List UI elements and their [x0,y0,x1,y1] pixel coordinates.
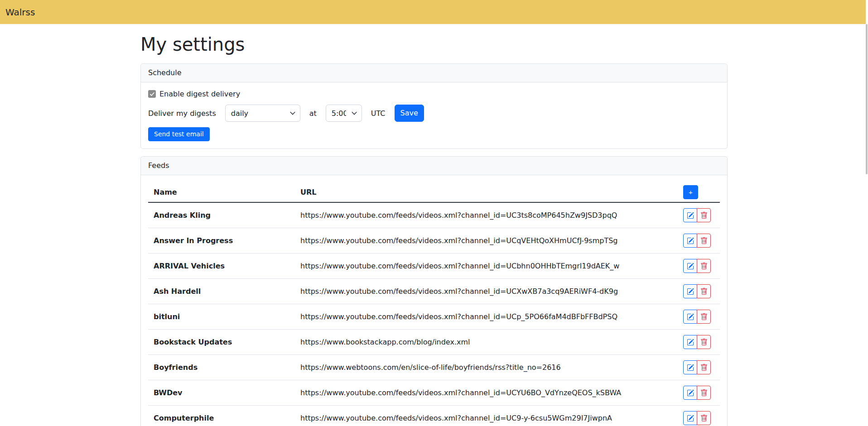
feed-url: https://www.youtube.com/feeds/videos.xml… [295,380,678,406]
delete-feed-button[interactable] [697,208,711,222]
table-row: Boyfriends https://www.webtoons.com/en/s… [148,355,720,380]
feeds-table-header-row: Name URL + [148,182,720,202]
delete-feed-button[interactable] [697,284,711,298]
feeds-card: Feeds Name URL + Andreas Kling https://w… [140,156,728,426]
feed-url: https://www.bookstackapp.com/blog/index.… [295,330,678,355]
edit-feed-button[interactable] [683,386,697,400]
pencil-square-icon [687,364,694,371]
time-select[interactable]: 5:00 [326,105,362,122]
edit-feed-button[interactable] [683,284,697,298]
pencil-square-icon [687,288,694,295]
scrollbar-track [866,0,868,426]
feed-actions [678,406,720,426]
frequency-select[interactable]: daily [225,105,300,122]
trash-icon [700,339,708,346]
navbar: Walrss [0,0,868,24]
pencil-square-icon [687,389,694,397]
feeds-table-body: Andreas Kling https://www.youtube.com/fe… [148,202,720,426]
schedule-card: Schedule Enable digest delivery Deliver … [140,63,728,149]
pencil-square-icon [687,237,694,244]
feed-actions [678,355,720,380]
page-title: My settings [140,34,728,55]
feeds-table: Name URL + Andreas Kling https://www.you… [148,182,720,426]
edit-feed-button[interactable] [683,411,697,425]
table-row: Answer In Progress https://www.youtube.c… [148,228,720,254]
trash-icon [700,313,708,321]
feed-url: https://www.youtube.com/feeds/videos.xml… [295,406,678,426]
table-row: bitluni https://www.youtube.com/feeds/vi… [148,304,720,330]
feed-name: Andreas Kling [148,202,295,228]
edit-feed-button[interactable] [683,234,697,248]
enable-digest-checkbox[interactable] [148,90,156,98]
feed-url: https://www.youtube.com/feeds/videos.xml… [295,304,678,330]
app-brand-link[interactable]: Walrss [5,7,35,18]
trash-icon [700,364,708,371]
feed-url: https://www.youtube.com/feeds/videos.xml… [295,254,678,279]
schedule-card-body: Enable digest delivery Deliver my digest… [141,82,727,148]
check-icon [149,91,155,97]
pencil-square-icon [687,415,694,422]
send-test-email-button[interactable]: Send test email [148,127,210,141]
feed-url: https://www.youtube.com/feeds/videos.xml… [295,279,678,304]
table-row: Ash Hardell https://www.youtube.com/feed… [148,279,720,304]
table-row: BWDev https://www.youtube.com/feeds/vide… [148,380,720,406]
delete-feed-button[interactable] [697,234,711,248]
feed-url: https://www.webtoons.com/en/slice-of-lif… [295,355,678,380]
delete-feed-button[interactable] [697,335,711,349]
feed-name: BWDev [148,380,295,406]
feed-actions [678,228,720,254]
feed-actions [678,202,720,228]
column-header-actions: + [678,182,720,202]
feeds-card-body: Name URL + Andreas Kling https://www.you… [141,175,727,426]
main-container: My settings Schedule Enable digest deliv… [135,34,733,426]
feed-actions [678,330,720,355]
edit-feed-button[interactable] [683,310,697,324]
feed-name: Boyfriends [148,355,295,380]
delete-feed-button[interactable] [697,259,711,273]
delete-feed-button[interactable] [697,411,711,425]
delete-feed-button[interactable] [697,360,711,374]
deliver-label: Deliver my digests [148,109,216,118]
feed-actions [678,254,720,279]
edit-feed-button[interactable] [683,360,697,374]
schedule-card-header: Schedule [141,64,727,82]
feed-url: https://www.youtube.com/feeds/videos.xml… [295,202,678,228]
feed-name: Bookstack Updates [148,330,295,355]
feed-actions [678,304,720,330]
column-header-url: URL [295,182,678,202]
edit-feed-button[interactable] [683,259,697,273]
trash-icon [700,263,708,270]
edit-feed-button[interactable] [683,208,697,222]
trash-icon [700,212,708,219]
pencil-square-icon [687,339,694,346]
feed-actions [678,380,720,406]
feed-name: Answer In Progress [148,228,295,254]
delete-feed-button[interactable] [697,386,711,400]
feed-name: bitluni [148,304,295,330]
pencil-square-icon [687,212,694,219]
feed-actions [678,279,720,304]
edit-feed-button[interactable] [683,335,697,349]
table-row: Computerphile https://www.youtube.com/fe… [148,406,720,426]
timezone-label: UTC [371,109,386,118]
at-label: at [309,109,317,118]
feeds-card-header: Feeds [141,157,727,175]
pencil-square-icon [687,263,694,270]
feed-url: https://www.youtube.com/feeds/videos.xml… [295,228,678,254]
feed-name: ARRIVAL Vehicles [148,254,295,279]
trash-icon [700,237,708,244]
add-feed-button[interactable]: + [683,185,698,199]
feed-name: Ash Hardell [148,279,295,304]
trash-icon [700,288,708,295]
column-header-name: Name [148,182,295,202]
table-row: Andreas Kling https://www.youtube.com/fe… [148,202,720,228]
table-row: ARRIVAL Vehicles https://www.youtube.com… [148,254,720,279]
scrollbar-thumb[interactable] [866,24,868,174]
trash-icon [700,389,708,397]
enable-digest-label[interactable]: Enable digest delivery [159,90,240,98]
save-button[interactable]: Save [395,105,424,122]
pencil-square-icon [687,313,694,321]
trash-icon [700,415,708,422]
delete-feed-button[interactable] [697,310,711,324]
table-row: Bookstack Updates https://www.bookstacka… [148,330,720,355]
